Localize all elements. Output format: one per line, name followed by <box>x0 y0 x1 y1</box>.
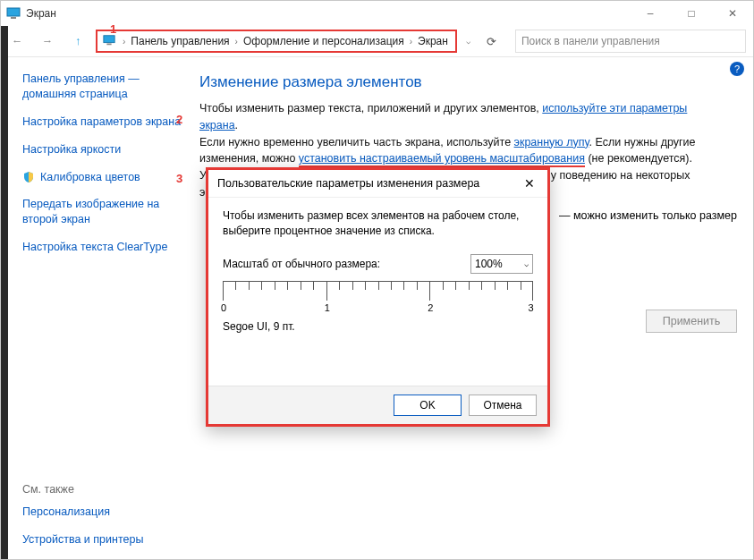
dialog-titlebar: Пользовательские параметры изменения раз… <box>208 170 547 198</box>
dialog-title: Пользовательские параметры изменения раз… <box>217 177 479 190</box>
ruler-tick <box>391 281 392 290</box>
chevron-right-icon: › <box>406 37 416 47</box>
svg-rect-2 <box>104 35 114 42</box>
ruler-label: 3 <box>529 302 534 313</box>
breadcrumb-item[interactable]: Оформление и персонализация <box>241 35 406 47</box>
window-title: Экран <box>26 7 56 20</box>
link-custom-scale[interactable]: установить настраиваемый уровень масштаб… <box>299 152 585 167</box>
ruler-tick <box>313 281 314 290</box>
breadcrumb[interactable]: › Панель управления › Оформление и персо… <box>96 30 457 53</box>
chevron-right-icon: › <box>119 37 129 47</box>
see-also-personalization[interactable]: Персонализация <box>22 505 183 520</box>
close-icon: ✕ <box>728 7 737 20</box>
up-button[interactable]: ↑ <box>65 29 90 54</box>
ruler-tick <box>249 281 250 290</box>
combo-value: 100% <box>475 258 503 270</box>
dialog-footer: OK Отмена <box>208 386 547 424</box>
text: Чтобы изменить размер текста, приложений… <box>199 102 542 115</box>
ruler-tick <box>287 281 288 290</box>
chevron-down-icon: ⌵ <box>524 259 529 268</box>
breadcrumb-item[interactable]: Панель управления <box>129 35 231 47</box>
ruler-tick <box>352 281 353 290</box>
text: Если нужно временно увеличить часть экра… <box>199 136 514 148</box>
sidebar-home-link[interactable]: Панель управления — домашняя страница <box>22 72 183 102</box>
arrow-up-icon: ↑ <box>75 35 80 47</box>
minimize-icon: – <box>648 7 654 20</box>
monitor-icon <box>103 34 115 49</box>
ruler-tick <box>443 281 444 290</box>
button-label: Отмена <box>483 399 521 412</box>
sidebar-see-also: См. также Персонализация Устройства и пр… <box>22 483 183 551</box>
sidebar: Панель управления — домашняя страница На… <box>1 57 194 560</box>
text: . <box>235 119 238 132</box>
paragraph-2: Если нужно временно увеличить часть экра… <box>199 134 718 168</box>
sidebar-link-cleartype[interactable]: Настройка текста ClearType <box>22 240 183 255</box>
scale-label: Масштаб от обычного размера: <box>223 258 380 270</box>
ruler-tick <box>261 281 262 290</box>
close-button[interactable]: ✕ <box>712 1 753 26</box>
ruler-tick <box>417 281 418 290</box>
titlebar: Экран – □ ✕ <box>1 1 753 26</box>
chevron-right-icon: › <box>232 37 241 47</box>
scale-combobox[interactable]: 100% ⌵ <box>470 254 533 274</box>
apply-button[interactable]: Применить <box>646 310 737 333</box>
ruler-tick <box>455 281 456 290</box>
breadcrumb-dropdown[interactable]: ⌵ <box>466 37 470 46</box>
svg-rect-3 <box>106 43 111 45</box>
side-note: — можно изменить только размер <box>559 209 737 222</box>
ruler-tick <box>481 281 482 290</box>
custom-scale-dialog: Пользовательские параметры изменения раз… <box>206 167 550 427</box>
search-input[interactable]: Поиск в панели управления <box>515 30 746 53</box>
sidebar-link-brightness[interactable]: Настройка яркости <box>22 142 183 157</box>
ruler-tick <box>275 281 275 290</box>
button-label: Применить <box>663 315 721 327</box>
ruler-label: 1 <box>325 302 330 313</box>
ruler-tick <box>469 281 470 290</box>
sidebar-link-color-calibration[interactable]: Калибровка цветов <box>22 170 183 185</box>
cancel-button[interactable]: Отмена <box>469 395 537 416</box>
text: (не рекомендуется). <box>585 152 692 165</box>
scale-row: Масштаб от обычного размера: 100% ⌵ <box>223 254 533 274</box>
ruler-tick <box>495 281 496 290</box>
ruler-tick <box>365 281 366 290</box>
svg-rect-0 <box>7 8 20 16</box>
arrow-right-icon: → <box>42 35 54 47</box>
window-root: Экран – □ ✕ ← → ↑ 1 › Панель управления … <box>0 0 754 560</box>
back-button[interactable]: ← <box>4 29 30 54</box>
ruler-label: 2 <box>428 302 433 313</box>
monitor-icon <box>6 6 21 21</box>
paragraph-1: Чтобы изменить размер текста, приложений… <box>199 100 718 134</box>
refresh-icon: ⟳ <box>487 35 496 48</box>
see-also-devices[interactable]: Устройства и принтеры <box>22 532 183 547</box>
toolbar: ← → ↑ 1 › Панель управления › Оформление… <box>1 26 753 57</box>
ruler-tick <box>507 281 508 290</box>
page-title: Изменение размера элементов <box>199 73 737 91</box>
ruler-tick <box>378 281 379 290</box>
dialog-body: Чтобы изменить размер всех элементов на … <box>208 198 547 342</box>
ruler-tick <box>326 281 327 301</box>
sidebar-link-display-settings[interactable]: Настройка параметров экрана <box>22 115 183 130</box>
sidebar-link-project[interactable]: Передать изображение на второй экран <box>22 197 183 227</box>
dialog-text: Чтобы изменить размер всех элементов на … <box>223 208 533 240</box>
breadcrumb-item[interactable]: Экран <box>416 35 450 47</box>
refresh-button[interactable]: ⟳ <box>481 30 503 52</box>
ok-button[interactable]: OK <box>394 395 462 416</box>
button-label: OK <box>419 399 435 412</box>
search-placeholder: Поиск в панели управления <box>521 35 660 47</box>
maximize-icon: □ <box>688 7 694 20</box>
scale-ruler[interactable]: 0 1 2 <box>223 281 533 313</box>
link-magnifier[interactable]: экранную лупу <box>514 136 589 148</box>
ruler-label: 0 <box>221 302 226 313</box>
arrow-left-icon: ← <box>12 35 23 47</box>
font-sample: Segoe UI, 9 пт. <box>223 320 533 333</box>
ruler-tick <box>223 281 224 301</box>
close-icon: ✕ <box>524 176 535 191</box>
forward-button[interactable]: → <box>35 29 60 54</box>
window-controls: – □ ✕ <box>630 1 753 26</box>
left-edge-decoration <box>1 26 8 559</box>
minimize-button[interactable]: – <box>630 1 671 26</box>
maximize-button[interactable]: □ <box>671 1 712 26</box>
ruler-tick <box>429 281 430 301</box>
ruler-tick <box>301 281 301 290</box>
dialog-close-button[interactable]: ✕ <box>512 170 547 197</box>
